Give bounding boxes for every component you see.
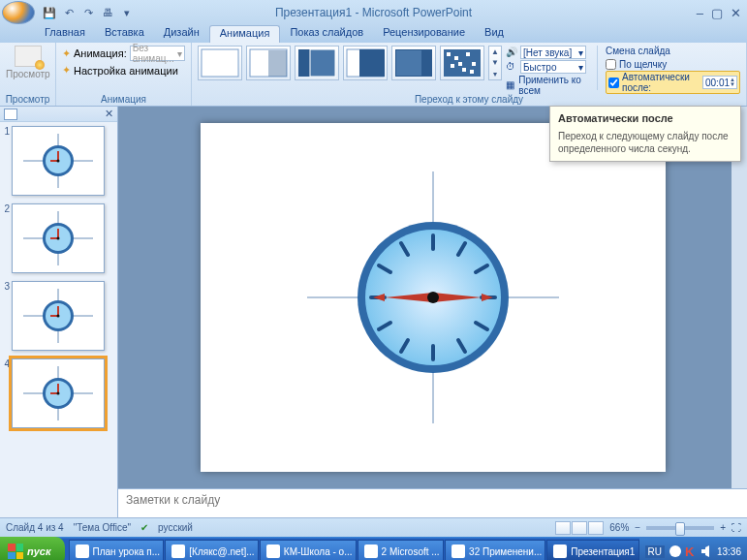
status-slide-count: Слайд 4 из 4 bbox=[6, 522, 64, 533]
minimize-button[interactable]: – bbox=[697, 6, 703, 20]
transition-sound-combo[interactable]: [Нет звука]▾ bbox=[520, 46, 586, 59]
transition-none[interactable] bbox=[198, 46, 242, 80]
svg-marker-70 bbox=[705, 545, 709, 557]
svg-rect-4 bbox=[310, 49, 335, 77]
star-icon: ✦ bbox=[62, 47, 71, 60]
taskbar-item[interactable]: КМ-Школа - о... bbox=[260, 540, 357, 560]
save-icon[interactable]: 💾 bbox=[41, 4, 58, 21]
tab-slideshow[interactable]: Показ слайдов bbox=[280, 25, 373, 43]
preview-icon[interactable] bbox=[15, 46, 42, 67]
spellcheck-icon[interactable]: ✔ bbox=[140, 522, 148, 533]
transition-random[interactable] bbox=[440, 46, 484, 80]
tray-k-icon[interactable]: K bbox=[684, 544, 698, 558]
svg-rect-8 bbox=[396, 50, 421, 76]
svg-rect-17 bbox=[470, 70, 474, 74]
vertical-scrollbar[interactable] bbox=[731, 107, 747, 488]
slide-thumbnail[interactable] bbox=[12, 203, 105, 273]
custom-animation-button[interactable]: ✦ Настройка анимации bbox=[62, 64, 185, 77]
taskbar-item[interactable]: 2 Microsoft ... bbox=[358, 540, 444, 560]
svg-rect-0 bbox=[202, 49, 238, 77]
slides-tab-icon[interactable] bbox=[4, 109, 17, 120]
task-app-icon bbox=[451, 544, 465, 558]
custom-anim-icon: ✦ bbox=[62, 64, 71, 77]
svg-point-38 bbox=[57, 315, 60, 318]
qat-more-icon[interactable]: ▾ bbox=[118, 4, 136, 21]
language-indicator[interactable]: RU bbox=[645, 545, 665, 558]
tab-view[interactable]: Вид bbox=[475, 25, 514, 43]
transition-cut[interactable] bbox=[295, 46, 339, 80]
system-tray: RU K 13:36 bbox=[639, 537, 747, 560]
taskbar-item[interactable]: [Клякс@.net]... bbox=[165, 540, 259, 560]
fit-window-button[interactable]: ⛶ bbox=[731, 522, 741, 533]
svg-point-24 bbox=[57, 160, 60, 163]
tab-review[interactable]: Рецензирование bbox=[373, 25, 475, 43]
transition-speed-combo[interactable]: Быстро▾ bbox=[520, 60, 586, 74]
slide-number: 4 bbox=[2, 358, 12, 369]
tab-animations[interactable]: Анимация bbox=[209, 25, 281, 43]
title-bar: 💾 ↶ ↷ 🖶 ▾ Презентация1 - Microsoft Power… bbox=[0, 0, 747, 25]
task-app-icon bbox=[553, 544, 567, 558]
transition-gallery[interactable]: ▲▼▾ bbox=[198, 46, 502, 80]
slide-canvas[interactable] bbox=[201, 123, 666, 472]
group-animation: Анимация bbox=[56, 93, 191, 106]
svg-point-67 bbox=[669, 545, 681, 557]
close-button[interactable]: ✕ bbox=[731, 6, 741, 20]
print-icon[interactable]: 🖶 bbox=[99, 4, 116, 21]
transition-dissolve[interactable] bbox=[343, 46, 388, 80]
zoom-out-button[interactable]: − bbox=[635, 522, 640, 533]
panel-close-icon[interactable]: ✕ bbox=[105, 108, 113, 120]
transition-fade[interactable] bbox=[246, 46, 291, 80]
ribbon: Просмотр Просмотр ✦ Анимация: Без анимац… bbox=[0, 43, 747, 107]
slideshow-view-button[interactable] bbox=[588, 521, 604, 535]
svg-rect-69 bbox=[701, 549, 705, 553]
tray-volume-icon[interactable] bbox=[700, 544, 713, 558]
normal-view-button[interactable] bbox=[555, 521, 571, 535]
slide-thumbnail[interactable] bbox=[12, 126, 105, 196]
tooltip-title: Автоматически после bbox=[558, 112, 732, 124]
slide-number: 2 bbox=[2, 203, 12, 214]
ribbon-tabs: Главная Вставка Дизайн Анимация Показ сл… bbox=[0, 25, 747, 43]
auto-after-checkbox[interactable] bbox=[608, 78, 619, 88]
redo-icon[interactable]: ↷ bbox=[79, 4, 97, 21]
status-theme: "Тема Office" bbox=[74, 522, 131, 533]
slide-number: 1 bbox=[2, 126, 12, 137]
tab-home[interactable]: Главная bbox=[35, 25, 95, 43]
tray-clock[interactable]: 13:36 bbox=[717, 546, 741, 557]
status-bar: Слайд 4 из 4 "Тема Office" ✔ русский 66%… bbox=[0, 517, 747, 537]
sound-icon: 🔊 bbox=[506, 47, 517, 58]
start-button[interactable]: пуск bbox=[0, 537, 65, 560]
taskbar-item[interactable]: Презентация1 bbox=[546, 540, 638, 560]
animate-combo[interactable]: Без анимац...▾ bbox=[130, 46, 185, 61]
preview-label: Просмотр bbox=[6, 69, 50, 79]
slide-thumbnail[interactable] bbox=[12, 358, 105, 428]
task-app-icon bbox=[364, 544, 378, 558]
clock-shape bbox=[307, 171, 559, 423]
auto-after-spinner[interactable]: 00:01 ▲▼ bbox=[702, 76, 737, 89]
svg-point-66 bbox=[427, 292, 439, 303]
group-preview: Просмотр bbox=[0, 93, 55, 106]
tab-insert[interactable]: Вставка bbox=[95, 25, 154, 43]
task-app-icon bbox=[171, 544, 185, 558]
svg-text:K: K bbox=[685, 544, 695, 558]
zoom-in-button[interactable]: + bbox=[720, 522, 726, 533]
tab-design[interactable]: Дизайн bbox=[154, 25, 209, 43]
transition-wipe[interactable] bbox=[391, 46, 436, 80]
office-button[interactable] bbox=[2, 1, 35, 24]
gallery-more[interactable]: ▲▼▾ bbox=[488, 46, 502, 80]
svg-rect-12 bbox=[466, 52, 470, 56]
speed-icon: ⏱ bbox=[506, 61, 517, 73]
svg-rect-11 bbox=[454, 56, 458, 60]
tray-icon[interactable] bbox=[669, 544, 682, 558]
animate-label: Анимация: bbox=[74, 47, 127, 59]
taskbar-item[interactable]: План урока п... bbox=[69, 540, 165, 560]
restore-button[interactable]: ▢ bbox=[711, 6, 723, 20]
status-language[interactable]: русский bbox=[158, 522, 193, 533]
on-click-checkbox[interactable] bbox=[606, 59, 616, 70]
zoom-slider[interactable] bbox=[646, 526, 714, 530]
undo-icon[interactable]: ↶ bbox=[60, 4, 78, 21]
notes-area[interactable]: Заметки к слайду bbox=[118, 488, 747, 517]
sorter-view-button[interactable] bbox=[572, 521, 587, 535]
taskbar-item[interactable]: 32 Применени... bbox=[445, 540, 545, 560]
zoom-value[interactable]: 66% bbox=[609, 522, 629, 533]
slide-thumbnail[interactable] bbox=[12, 281, 105, 351]
